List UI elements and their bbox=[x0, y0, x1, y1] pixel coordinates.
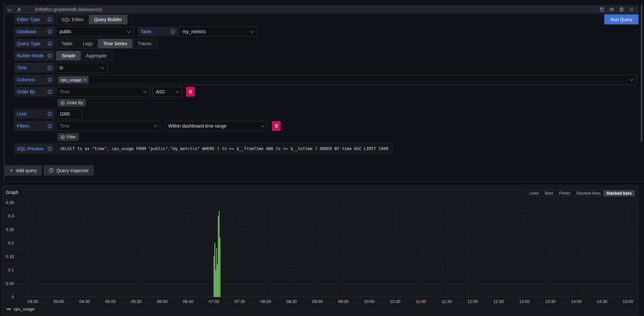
builder-mode-toggle: SimpleAggregate bbox=[56, 51, 112, 61]
remove-tag-icon[interactable]: × bbox=[84, 78, 86, 82]
svg-text:0.05: 0.05 bbox=[6, 281, 14, 286]
info-icon[interactable] bbox=[48, 89, 52, 94]
svg-text:12:00: 12:00 bbox=[467, 299, 478, 304]
table-label: Table bbox=[138, 27, 178, 36]
info-icon[interactable] bbox=[48, 65, 52, 70]
svg-text:0: 0 bbox=[12, 295, 14, 299]
query-inspector-button[interactable]: Query inspector bbox=[44, 165, 94, 175]
bar-07:02 bbox=[215, 270, 216, 297]
query-ref-id: A bbox=[18, 7, 21, 12]
svg-text:07:30: 07:30 bbox=[235, 299, 245, 304]
svg-text:0.15: 0.15 bbox=[6, 254, 14, 259]
query-type-label: Query Type bbox=[14, 39, 55, 48]
limit-input[interactable]: 1000 bbox=[56, 109, 82, 119]
graph-panel: 00.050.10.150.20.250.30.3503:3004:0004:3… bbox=[2, 185, 638, 316]
display-mode-tabs-option-points[interactable]: Points bbox=[556, 190, 573, 196]
chevron-down-icon bbox=[175, 89, 179, 93]
plus-circle-icon bbox=[61, 135, 65, 139]
svg-text:15:00: 15:00 bbox=[623, 299, 633, 304]
svg-text:08:00: 08:00 bbox=[260, 299, 271, 304]
display-mode-tabs: LinesBarsPointsStacked linesStacked bars bbox=[526, 190, 635, 197]
table-select[interactable]: my_metrics bbox=[179, 27, 257, 36]
grafana-query-editor-page: { "header": { "ref_id": "A", "datasource… bbox=[0, 0, 644, 316]
display-mode-tabs-option-stacked-bars[interactable]: Stacked bars bbox=[603, 190, 635, 196]
series-name: cpu_usage bbox=[14, 307, 34, 311]
display-mode-tabs-option-bars[interactable]: Bars bbox=[542, 190, 556, 196]
order-by-direction-select[interactable]: ASC bbox=[152, 87, 182, 97]
add-query-button[interactable]: + Add query bbox=[5, 165, 42, 175]
info-icon[interactable] bbox=[171, 29, 175, 34]
legend-series-toggle[interactable]: cpu_usage bbox=[7, 307, 34, 311]
editor-type-toggle-option-sql-editor[interactable]: SQL Editor bbox=[56, 15, 89, 24]
time-column-select[interactable]: ts bbox=[56, 63, 107, 73]
column-tag[interactable]: cpu_usage × bbox=[58, 76, 89, 83]
chart-gridlines bbox=[16, 200, 633, 298]
database-select[interactable]: public bbox=[56, 27, 133, 36]
chevron-down-icon bbox=[630, 77, 633, 81]
info-icon[interactable] bbox=[48, 53, 52, 58]
editor-row-limit: Limit 1000 bbox=[0, 109, 644, 119]
query-row-actions bbox=[599, 7, 634, 12]
info-icon[interactable] bbox=[48, 77, 52, 82]
duplicate-query-icon[interactable] bbox=[599, 7, 605, 12]
info-icon[interactable] bbox=[48, 112, 52, 116]
add-order-by-button[interactable]: Order By bbox=[58, 99, 86, 107]
filter-condition-select[interactable]: Within dashboard time range bbox=[165, 121, 267, 131]
bar-07:06 bbox=[219, 211, 219, 297]
svg-text:07:00: 07:00 bbox=[209, 299, 219, 304]
trash-icon[interactable] bbox=[619, 7, 624, 12]
query-type-toggle-option-traces[interactable]: Traces bbox=[132, 39, 157, 48]
info-icon[interactable] bbox=[48, 41, 52, 46]
editor-row-query-type: Query Type TableLogsTime SeriesTraces bbox=[0, 39, 644, 48]
eye-icon[interactable] bbox=[609, 7, 614, 12]
query-type-toggle-option-logs[interactable]: Logs bbox=[77, 39, 98, 48]
remove-order-by-button[interactable] bbox=[186, 87, 195, 97]
query-row-header[interactable]: A (info8fcc-greptimedb-datasource) bbox=[6, 5, 638, 14]
display-mode-tabs-option-stacked-lines[interactable]: Stacked lines bbox=[573, 190, 603, 196]
collapse-chevron-icon[interactable] bbox=[7, 7, 12, 11]
chevron-down-icon bbox=[261, 124, 264, 127]
svg-text:14:30: 14:30 bbox=[597, 299, 608, 304]
plus-circle-icon bbox=[61, 101, 65, 105]
order-by-field-select[interactable]: Time bbox=[56, 87, 150, 97]
svg-text:04:30: 04:30 bbox=[79, 299, 90, 304]
database-label: Database bbox=[14, 27, 55, 36]
info-icon[interactable] bbox=[48, 29, 52, 34]
bar-07:04 bbox=[217, 265, 218, 297]
chart-axis-labels: 00.050.10.150.20.250.30.3503:3004:0004:3… bbox=[6, 200, 633, 304]
filter-field-select[interactable]: Time bbox=[56, 121, 160, 131]
builder-mode-toggle-option-simple[interactable]: Simple bbox=[56, 51, 81, 60]
time-label: Time bbox=[14, 63, 55, 73]
query-type-toggle-option-table[interactable]: Table bbox=[56, 39, 77, 48]
columns-label: Columns bbox=[14, 75, 55, 85]
svg-text:11:30: 11:30 bbox=[442, 299, 452, 304]
builder-mode-toggle-option-aggregate[interactable]: Aggregate bbox=[81, 51, 112, 60]
columns-multiselect[interactable]: cpu_usage × bbox=[56, 75, 637, 85]
svg-text:0.1: 0.1 bbox=[8, 268, 14, 272]
plus-icon: + bbox=[10, 167, 13, 174]
editor-row-filters: Filters Time Within dashboard time range bbox=[0, 121, 644, 131]
info-icon[interactable] bbox=[48, 146, 52, 151]
info-circle-icon bbox=[49, 168, 54, 173]
remove-filter-button[interactable] bbox=[272, 121, 281, 131]
chevron-down-icon bbox=[101, 65, 104, 69]
bar-07:01 bbox=[214, 243, 215, 297]
drag-handle-icon[interactable] bbox=[629, 7, 634, 12]
chevron-down-icon bbox=[250, 29, 254, 33]
section-divider bbox=[0, 181, 644, 182]
bar-07:05 bbox=[218, 216, 219, 297]
svg-text:09:00: 09:00 bbox=[312, 299, 323, 304]
chevron-down-icon bbox=[127, 29, 130, 33]
info-icon[interactable] bbox=[48, 124, 52, 128]
query-type-toggle-option-time-series[interactable]: Time Series bbox=[98, 39, 132, 48]
display-mode-tabs-option-lines[interactable]: Lines bbox=[526, 190, 542, 196]
info-icon[interactable] bbox=[48, 17, 52, 22]
svg-text:0.3: 0.3 bbox=[8, 213, 14, 218]
svg-text:06:30: 06:30 bbox=[183, 299, 194, 304]
add-filter-button[interactable]: Filter bbox=[58, 133, 79, 141]
svg-text:0.35: 0.35 bbox=[6, 200, 14, 205]
editor-type-toggle-option-query-builder[interactable]: Query Builder bbox=[89, 15, 127, 24]
query-footer-toolbar: + Add query Query inspector bbox=[5, 165, 644, 175]
editor-row-order-by: Order By Time ASC bbox=[0, 87, 644, 97]
limit-label: Limit bbox=[14, 109, 55, 119]
